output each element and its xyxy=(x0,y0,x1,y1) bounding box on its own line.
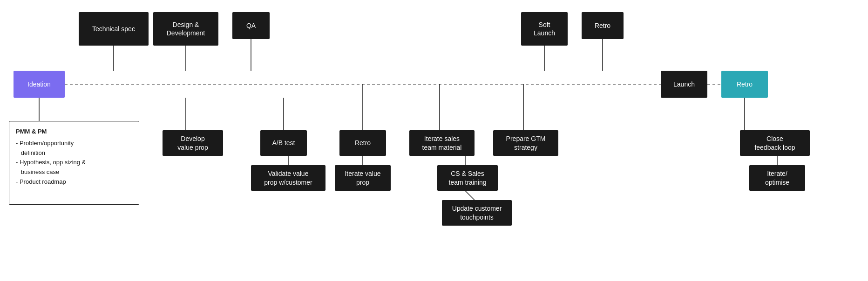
technical-spec-label: Technical spec xyxy=(92,25,135,33)
iterate-sales-box[interactable]: Iterate salesteam material xyxy=(409,130,475,156)
ab-test-box[interactable]: A/B test xyxy=(260,130,307,156)
design-dev-label: Design &Development xyxy=(167,20,205,37)
technical-spec-box[interactable]: Technical spec xyxy=(79,12,149,46)
retro-teal-box[interactable]: Retro xyxy=(721,71,768,98)
retro-top-label: Retro xyxy=(595,21,610,30)
prepare-gtm-label: Prepare GTMstrategy xyxy=(506,134,546,151)
diagram: Ideation Technical spec Design &Developm… xyxy=(0,0,868,281)
ideation-label: Ideation xyxy=(27,80,51,88)
retro-mid-label: Retro xyxy=(355,139,371,147)
close-feedback-loop-label: Closefeedback loop xyxy=(754,134,795,151)
develop-value-prop-label: Developvalue prop xyxy=(177,134,208,151)
iterate-value-prop-label: Iterate valueprop xyxy=(345,169,380,186)
iterate-sales-label: Iterate salesteam material xyxy=(422,134,462,151)
close-feedback-loop-box[interactable]: Closefeedback loop xyxy=(740,130,810,156)
iterate-optimise-label: Iterate/optimise xyxy=(765,169,789,186)
qa-label: QA xyxy=(246,21,256,30)
pmm-pm-box: PMM & PM - Problem/opportunity definitio… xyxy=(9,121,139,205)
qa-box[interactable]: QA xyxy=(232,12,270,39)
prepare-gtm-box[interactable]: Prepare GTMstrategy xyxy=(493,130,558,156)
update-touchpoints-label: Update customertouchpoints xyxy=(452,204,502,221)
cs-sales-training-label: CS & Salesteam training xyxy=(449,169,487,186)
retro-mid-box[interactable]: Retro xyxy=(339,130,386,156)
launch-label: Launch xyxy=(673,80,695,88)
svg-line-13 xyxy=(465,191,475,200)
cs-sales-training-box[interactable]: CS & Salesteam training xyxy=(437,165,498,191)
pmm-item-1: - Problem/opportunity definition xyxy=(16,139,132,158)
soft-launch-label: SoftLaunch xyxy=(534,20,555,37)
retro-teal-label: Retro xyxy=(737,80,753,88)
soft-launch-box[interactable]: SoftLaunch xyxy=(521,12,568,46)
iterate-optimise-box[interactable]: Iterate/optimise xyxy=(749,165,805,191)
ab-test-label: A/B test xyxy=(272,139,295,147)
pmm-item-2: - Hypothesis, opp sizing & business case xyxy=(16,158,132,177)
develop-value-prop-box[interactable]: Developvalue prop xyxy=(163,130,223,156)
pmm-item-3: - Product roadmap xyxy=(16,177,132,187)
pmm-pm-title: PMM & PM xyxy=(16,127,132,137)
retro-top-box[interactable]: Retro xyxy=(582,12,624,39)
validate-value-prop-box[interactable]: Validate valueprop w/customer xyxy=(251,165,326,191)
update-touchpoints-box[interactable]: Update customertouchpoints xyxy=(442,200,512,226)
validate-value-prop-label: Validate valueprop w/customer xyxy=(264,169,312,186)
ideation-box[interactable]: Ideation xyxy=(14,71,65,98)
design-dev-box[interactable]: Design &Development xyxy=(153,12,218,46)
launch-box[interactable]: Launch xyxy=(661,71,707,98)
iterate-value-prop-box[interactable]: Iterate valueprop xyxy=(335,165,391,191)
